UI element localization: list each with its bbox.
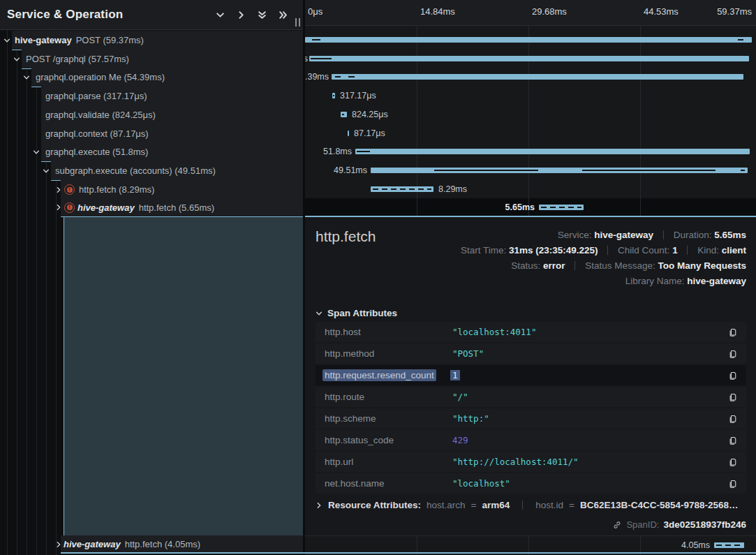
duration-label: 87.17μs: [354, 128, 385, 138]
meta-line-1: Service: hive-gateway Duration: 5.65ms: [558, 230, 746, 240]
chevron-down-icon[interactable]: [42, 167, 50, 175]
attr-row[interactable]: http.route "/": [316, 387, 746, 407]
span-bar[interactable]: [309, 56, 749, 61]
indent-guide: [27, 30, 27, 555]
chevron-down-icon[interactable]: [22, 73, 31, 82]
tree-row[interactable]: graphql.parse (317.17μs): [41, 87, 303, 106]
attr-value: "localhost:4011": [450, 327, 727, 337]
error-icon: !: [64, 184, 75, 195]
copy-icon[interactable]: [727, 478, 739, 490]
timeline-row: 49.51ms: [305, 161, 756, 180]
copy-icon[interactable]: [727, 391, 739, 404]
copy-icon[interactable]: [727, 369, 739, 382]
chevron-right-icon: [316, 502, 323, 509]
attr-row[interactable]: http.host "localhost:4011": [316, 322, 746, 342]
attr-key: http.host: [323, 327, 450, 337]
chevron-right-icon[interactable]: [54, 540, 63, 549]
chevron-right-icon[interactable]: [54, 186, 63, 194]
span-id-value: 3de02518937fb246: [663, 519, 746, 530]
collapse-one-icon[interactable]: [215, 10, 225, 20]
chevron-down-icon[interactable]: [13, 55, 21, 64]
selected-row-border: [305, 216, 756, 217]
resource-attributes-row[interactable]: Resource Attributes: host.arch = arm64 h…: [316, 500, 746, 510]
meta-label: Child Count:: [618, 245, 669, 256]
attr-row[interactable]: http.scheme "http:": [316, 408, 746, 429]
copy-icon[interactable]: [727, 434, 739, 447]
expand-all-icon[interactable]: [278, 10, 288, 20]
tree-row[interactable]: hive-gateway http.fetch (4.05ms): [61, 535, 303, 553]
section-title: Resource Attributes:: [328, 500, 421, 510]
timeline-row: 8.29ms: [305, 180, 756, 199]
copy-icon[interactable]: [727, 326, 739, 339]
equals-sign: =: [471, 500, 477, 510]
meta-value: Too Many Requests: [658, 260, 746, 271]
collapse-all-icon[interactable]: [257, 10, 267, 20]
span-label: graphql.operation Me (54.39ms): [36, 72, 165, 82]
tree-row-root-span[interactable]: hive-gateway POST (59.37ms): [12, 31, 303, 50]
service-name: hive-gateway: [15, 35, 72, 45]
attr-key: http.scheme: [323, 413, 450, 424]
panel-splitter-grip[interactable]: [295, 18, 302, 27]
span-attributes-header[interactable]: Span Attributes: [316, 308, 397, 318]
duration-label: 49.51ms: [334, 165, 367, 175]
chevron-right-icon[interactable]: [54, 203, 63, 212]
attr-value: "/": [450, 392, 727, 402]
expand-one-icon[interactable]: [236, 10, 246, 20]
timeline-row-selected: 5.65ms: [305, 198, 756, 217]
span-bar[interactable]: [371, 168, 748, 173]
tree-row[interactable]: POST /graphql (57.57ms): [22, 50, 303, 69]
service-name: hive-gateway: [77, 202, 135, 213]
meta-value: error: [543, 260, 565, 271]
attr-row[interactable]: http.status_code 429: [316, 430, 746, 450]
duration-label: 4.05ms: [681, 540, 710, 550]
attr-key: net.host.name: [323, 478, 450, 489]
attr-value: "localhost": [450, 478, 727, 489]
span-label: subgraph.execute (accounts) (49.51ms): [55, 165, 216, 176]
attr-row-selected[interactable]: http.request.resend_count 1: [316, 365, 746, 385]
error-icon: !: [64, 202, 75, 213]
tree-row-error-span[interactable]: ! http.fetch (8.29ms): [61, 180, 303, 200]
span-label: graphql.validate (824.25μs): [45, 110, 156, 120]
span-bar[interactable]: [371, 186, 433, 192]
duration-label: 54.39ms: [305, 72, 329, 82]
span-label: graphql.execute (51.8ms): [45, 147, 148, 157]
link-icon[interactable]: [612, 520, 622, 530]
panel-title: Service & Operation: [7, 8, 123, 22]
span-bar[interactable]: [355, 149, 750, 154]
tree-row-selected-span[interactable]: ! hive-gateway http.fetch (5.65ms): [61, 198, 303, 217]
copy-icon[interactable]: [727, 413, 739, 425]
span-label: http.fetch (8.29ms): [79, 184, 154, 195]
copy-icon[interactable]: [727, 456, 739, 468]
tree-row[interactable]: subgraph.execute (accounts) (49.51ms): [51, 161, 303, 181]
expanded-span-area: [64, 217, 304, 535]
tick-label: 0μs: [308, 6, 323, 17]
chevron-down-icon[interactable]: [3, 36, 11, 45]
span-bar[interactable]: [341, 112, 347, 117]
resource-value: BC62E13B-C4CC-5854-9788-2568…: [580, 500, 739, 510]
chevron-down-icon[interactable]: [32, 148, 40, 156]
duration-label: 51.8ms: [323, 147, 352, 156]
span-bar[interactable]: [332, 74, 743, 80]
span-bar[interactable]: [539, 205, 584, 210]
meta-divider: [607, 246, 608, 255]
span-bar[interactable]: [348, 131, 349, 136]
meta-value: hive-gateway: [594, 230, 653, 240]
tree-row[interactable]: graphql.validate (824.25μs): [41, 105, 303, 125]
span-bar[interactable]: [332, 93, 335, 98]
span-label: graphql.context (87.17μs): [45, 128, 149, 139]
span-bar[interactable]: [714, 542, 744, 548]
span-label: http.fetch (4.05ms): [125, 539, 200, 549]
span-detail-panel: http.fetch Service: hive-gateway Duratio…: [305, 217, 756, 536]
meta-divider: [575, 261, 575, 270]
copy-icon[interactable]: [727, 348, 739, 360]
tree-row[interactable]: graphql.context (87.17μs): [41, 124, 303, 144]
attr-row[interactable]: http.method "POST": [316, 343, 746, 364]
tree-row[interactable]: graphql.operation Me (54.39ms): [31, 68, 303, 87]
attr-row[interactable]: http.url "http://localhost:4011/": [316, 452, 746, 472]
meta-label: Status Message:: [585, 260, 655, 271]
meta-divider: [522, 501, 523, 510]
tree-row[interactable]: graphql.execute (51.8ms): [41, 142, 303, 162]
span-bar[interactable]: [305, 37, 752, 43]
span-label: POST (59.37ms): [76, 35, 144, 45]
attr-row[interactable]: net.host.name "localhost": [316, 473, 746, 494]
